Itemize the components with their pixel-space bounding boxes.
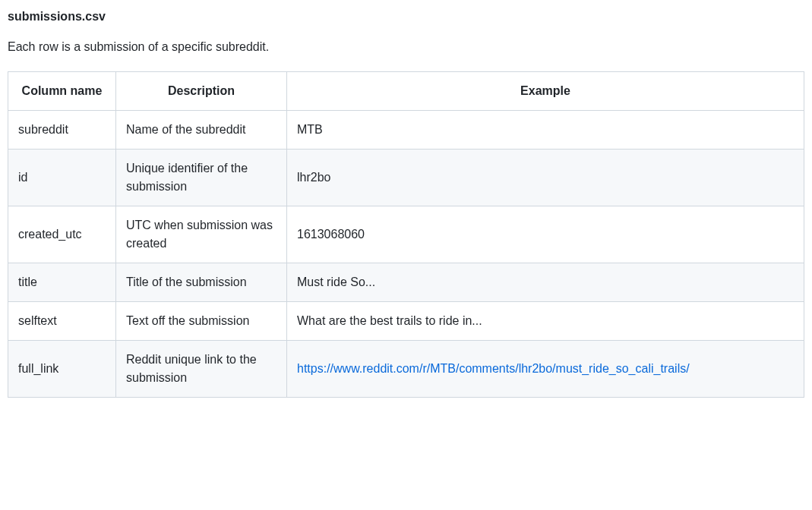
table-row: selftextText off the submissionWhat are … <box>8 302 804 341</box>
cell-description: Title of the submission <box>116 263 287 302</box>
cell-column-name: title <box>8 263 116 302</box>
cell-column-name: id <box>8 150 116 206</box>
cell-description: UTC when submission was created <box>116 206 287 263</box>
schema-table: Column name Description Example subreddi… <box>8 71 804 398</box>
cell-example: MTB <box>287 111 804 150</box>
example-link[interactable]: https://www.reddit.com/r/MTB/comments/lh… <box>297 362 690 375</box>
cell-column-name: full_link <box>8 341 116 398</box>
cell-description: Reddit unique link to the submission <box>116 341 287 398</box>
table-row: titleTitle of the submissionMust ride So… <box>8 263 804 302</box>
cell-example: 1613068060 <box>287 206 804 263</box>
cell-column-name: subreddit <box>8 111 116 150</box>
table-header-description: Description <box>116 72 287 111</box>
table-header-example: Example <box>287 72 804 111</box>
table-header-column-name: Column name <box>8 72 116 111</box>
cell-description: Unique identifier of the submission <box>116 150 287 206</box>
cell-example: Must ride So... <box>287 263 804 302</box>
cell-description: Text off the submission <box>116 302 287 341</box>
table-row: full_linkReddit unique link to the submi… <box>8 341 804 398</box>
cell-example: https://www.reddit.com/r/MTB/comments/lh… <box>287 341 804 398</box>
section-heading: submissions.csv <box>8 8 804 26</box>
cell-column-name: selftext <box>8 302 116 341</box>
cell-description: Name of the subreddit <box>116 111 287 150</box>
cell-column-name: created_utc <box>8 206 116 263</box>
cell-example: lhr2bo <box>287 150 804 206</box>
cell-example: What are the best trails to ride in... <box>287 302 804 341</box>
table-row: idUnique identifier of the submissionlhr… <box>8 150 804 206</box>
table-row: subredditName of the subredditMTB <box>8 111 804 150</box>
section-intro: Each row is a submission of a specific s… <box>8 38 804 56</box>
table-row: created_utcUTC when submission was creat… <box>8 206 804 263</box>
table-header-row: Column name Description Example <box>8 72 804 111</box>
